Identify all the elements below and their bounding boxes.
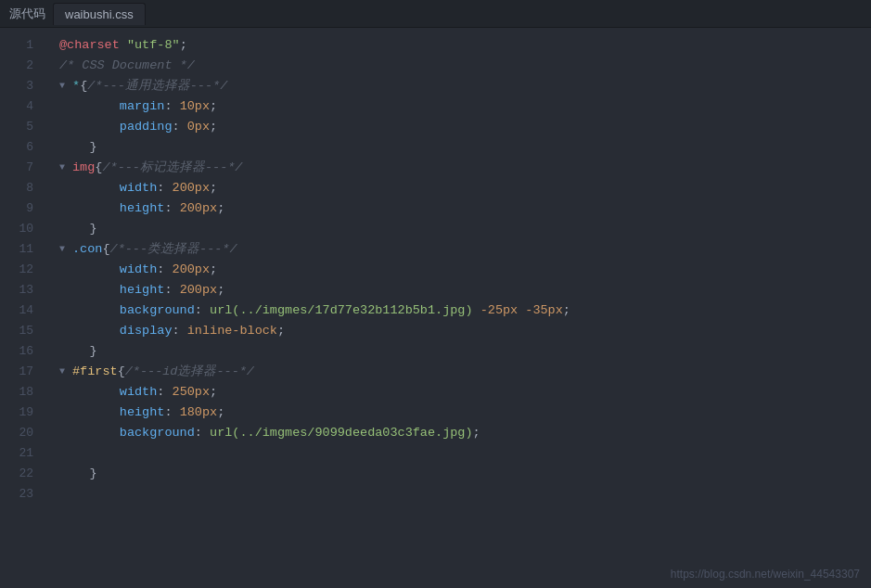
line-number: 3 (0, 76, 45, 96)
value-token: 180px (180, 403, 218, 423)
code-line: padding: 0px; (45, 117, 871, 137)
comment-token: /* CSS Document */ (59, 56, 195, 76)
title-bar: 源代码 waibushi.css (0, 0, 871, 28)
punctuation-token (59, 300, 120, 321)
line-number: 4 (0, 96, 45, 117)
line-number: 10 (0, 219, 45, 239)
punctuation-token: { (80, 76, 87, 96)
code-line: ▼ *{/*---通用选择器---*/ (45, 76, 871, 96)
at-rule-token: @charset (59, 35, 120, 56)
colon-token: : (157, 260, 172, 280)
semicolon-token: ; (217, 403, 224, 423)
code-line: margin: 10px; (45, 96, 871, 117)
code-line (45, 443, 871, 464)
code-line: ▼ img{/*---标记选择器---*/ (45, 158, 871, 178)
semicolon-token: ; (563, 300, 570, 321)
colon-token: : (173, 117, 187, 137)
property-token: background (120, 423, 195, 443)
fold-arrow-token: ▼ (59, 239, 70, 260)
line-number: 13 (0, 280, 45, 300)
value-token: -25px -35px (473, 300, 563, 321)
file-tab[interactable]: waibushi.css (53, 3, 146, 25)
semicolon-token: ; (210, 117, 217, 137)
code-line: } (45, 137, 871, 158)
selector-id-token: #first (72, 362, 118, 382)
semicolon-token: ; (473, 423, 480, 443)
colon-token: : (157, 178, 172, 198)
code-line: height: 200px; (45, 280, 871, 300)
code-line: width: 250px; (45, 382, 871, 403)
semicolon-token: ; (277, 321, 285, 341)
punctuation-token (59, 280, 120, 300)
punctuation-token: { (102, 239, 109, 260)
selector-tag-token: img (72, 158, 95, 178)
property-token: background (120, 300, 195, 321)
line-number: 18 (0, 382, 45, 403)
punctuation-token: } (59, 464, 97, 484)
code-line: display: inline-block; (45, 321, 871, 341)
code-line: width: 200px; (45, 260, 871, 280)
colon-token: : (157, 382, 172, 403)
punctuation-token (59, 260, 120, 280)
code-content[interactable]: @charset "utf-8";/* CSS Document */▼ *{/… (45, 28, 871, 588)
punctuation-token: ; (180, 35, 187, 56)
property-token: padding (120, 117, 173, 137)
line-number: 20 (0, 423, 45, 443)
punctuation-token: { (95, 158, 102, 178)
code-line (45, 484, 871, 505)
line-number: 2 (0, 56, 45, 76)
code-line: } (45, 219, 871, 239)
property-token: display (120, 321, 173, 341)
punctuation-token (59, 178, 120, 198)
line-number: 1 (0, 35, 45, 56)
semicolon-token: ; (210, 260, 217, 280)
string-token: "utf-8" (127, 35, 180, 56)
watermark: https://blog.csdn.net/weixin_44543307 (671, 568, 860, 581)
code-line: ▼ .con{/*---类选择器---*/ (45, 239, 871, 260)
punctuation-token: } (59, 341, 97, 362)
value-token: inline-block (187, 321, 277, 341)
selector-universal-token: * (72, 76, 80, 96)
value-token: 250px (173, 382, 211, 403)
fold-arrow-token: ▼ (59, 158, 70, 178)
semicolon-token: ; (210, 96, 217, 117)
colon-token: : (173, 321, 187, 341)
punctuation-token (59, 96, 120, 117)
value-token: 200px (180, 198, 218, 219)
source-code-label: 源代码 (9, 6, 45, 22)
code-line: } (45, 464, 871, 484)
property-token: height (120, 403, 165, 423)
code-line: /* CSS Document */ (45, 56, 871, 76)
value-token: 0px (187, 117, 210, 137)
editor-area: 1234567891011121314151617181920212223 @c… (0, 28, 871, 588)
punctuation-token (59, 382, 120, 403)
value-token: 200px (173, 260, 211, 280)
line-numbers: 1234567891011121314151617181920212223 (0, 28, 45, 588)
punctuation-token (59, 117, 120, 137)
fold-arrow-token: ▼ (59, 362, 70, 382)
property-token: height (120, 198, 165, 219)
comment-cn-token: /*---id选择器---*/ (125, 362, 254, 382)
semicolon-token: ; (217, 198, 224, 219)
url-value-token: url(../imgmes/17d77e32b112b5b1.jpg) (210, 300, 473, 321)
line-number: 9 (0, 198, 45, 219)
semicolon-token: ; (210, 382, 217, 403)
punctuation-token: } (59, 137, 97, 158)
code-line: height: 200px; (45, 198, 871, 219)
colon-token: : (164, 403, 179, 423)
comment-cn-token: /*---标记选择器---*/ (102, 158, 242, 178)
line-number: 5 (0, 117, 45, 137)
punctuation-token: { (118, 362, 125, 382)
line-number: 22 (0, 464, 45, 484)
code-line: @charset "utf-8"; (45, 35, 871, 56)
code-line: background: url(../imgmes/17d77e32b112b5… (45, 300, 871, 321)
colon-token: : (164, 96, 179, 117)
property-token: height (120, 280, 165, 300)
value-token: 10px (180, 96, 210, 117)
line-number: 8 (0, 178, 45, 198)
colon-token: : (195, 300, 210, 321)
punctuation-token (59, 321, 120, 341)
selector-class-token: .con (72, 239, 102, 260)
code-line: background: url(../imgmes/9099deeda03c3f… (45, 423, 871, 443)
line-number: 21 (0, 443, 45, 464)
